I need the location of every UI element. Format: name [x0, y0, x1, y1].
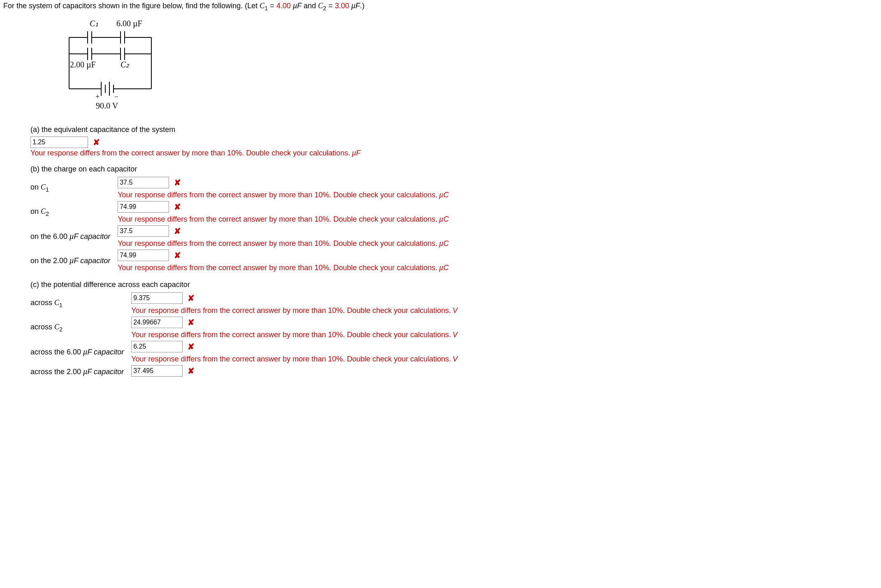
fig-bat-plus: + — [95, 93, 100, 101]
incorrect-icon: ✘ — [188, 367, 195, 375]
part-b-label-2: on the 6.00 µF capacitor — [30, 225, 118, 249]
part-b-feedback-0: Your response differs from the correct a… — [118, 191, 449, 199]
incorrect-icon: ✘ — [174, 251, 181, 259]
c1-val: 4.00 — [276, 2, 291, 10]
incorrect-icon: ✘ — [188, 318, 195, 326]
part-b-label-1: on C2 — [30, 200, 118, 225]
part-c-input-3[interactable] — [131, 365, 183, 377]
fig-bat-minus: − — [114, 93, 118, 101]
part-a: (a) the equivalent capacitance of the sy… — [3, 125, 878, 157]
part-b-label-3: on the 2.00 µF capacitor — [30, 249, 118, 273]
fig-c1-label: C₁ — [90, 19, 98, 28]
unit2: µF — [349, 2, 360, 10]
part-b: (b) the charge on each capacitor on C1✘Y… — [3, 165, 878, 273]
post: .) — [360, 2, 364, 10]
part-b-feedback-2: Your response differs from the correct a… — [118, 239, 449, 248]
part-c-input-2[interactable] — [131, 341, 183, 352]
unit1: µF — [291, 2, 301, 10]
part-c-input-1[interactable] — [131, 317, 183, 328]
c2-val: 3.00 — [335, 2, 349, 10]
part-c-label: (c) the potential difference across each… — [30, 280, 878, 289]
part-b-input-1[interactable] — [118, 201, 169, 213]
fig-2uf-label: 2.00 µF — [70, 60, 96, 69]
c1-sym: C — [260, 2, 264, 10]
part-a-feedback: Your response differs from the correct a… — [30, 149, 878, 157]
fig-bat-v: 90.0 V — [96, 101, 118, 110]
part-c-label-0: across C1 — [30, 292, 131, 316]
incorrect-icon: ✘ — [188, 294, 195, 302]
incorrect-icon: ✘ — [174, 203, 181, 211]
part-b-feedback-1: Your response differs from the correct a… — [118, 215, 449, 224]
part-b-label-0: on C1 — [30, 176, 118, 200]
incorrect-icon: ✘ — [174, 227, 181, 235]
part-c-label-2: across the 6.00 µF capacitor — [30, 340, 131, 364]
part-b-label: (b) the charge on each capacitor — [30, 165, 878, 174]
part-a-input[interactable] — [30, 137, 88, 148]
incorrect-icon: ✘ — [188, 343, 195, 351]
prompt-pre: For the system of capacitors shown in th… — [3, 2, 260, 10]
part-b-feedback-3: Your response differs from the correct a… — [118, 264, 449, 272]
mid: and — [301, 2, 318, 10]
part-c-label-3: across the 2.00 µF capacitor — [30, 364, 131, 380]
part-b-table: on C1✘Your response differs from the cor… — [30, 176, 449, 273]
circuit-svg: C₁ 6.00 µF 2.00 µF C₂ + − 90.0 V — [57, 15, 172, 113]
part-b-input-2[interactable] — [118, 225, 169, 237]
fig-c2-label: C₂ — [121, 60, 130, 69]
eq1: = — [268, 2, 276, 10]
eq2: = — [326, 2, 335, 10]
part-c-table: across C1✘Your response differs from the… — [30, 292, 458, 380]
part-a-label: (a) the equivalent capacitance of the sy… — [30, 125, 878, 134]
part-b-input-0[interactable] — [118, 177, 169, 188]
fig-6uf-label: 6.00 µF — [116, 19, 142, 28]
incorrect-icon: ✘ — [93, 138, 100, 146]
incorrect-icon: ✘ — [174, 178, 181, 187]
circuit-figure: C₁ 6.00 µF 2.00 µF C₂ + − 90.0 V — [3, 15, 878, 116]
question-prompt: For the system of capacitors shown in th… — [3, 2, 878, 12]
part-c-input-0[interactable] — [131, 292, 183, 304]
part-c-feedback-1: Your response differs from the correct a… — [131, 331, 457, 339]
part-c-feedback-2: Your response differs from the correct a… — [131, 355, 457, 363]
part-b-input-3[interactable] — [118, 250, 169, 261]
part-c-feedback-0: Your response differs from the correct a… — [131, 306, 457, 315]
part-c-label-1: across C2 — [30, 316, 131, 340]
part-c: (c) the potential difference across each… — [3, 280, 878, 380]
c2-sym: C — [318, 2, 323, 10]
